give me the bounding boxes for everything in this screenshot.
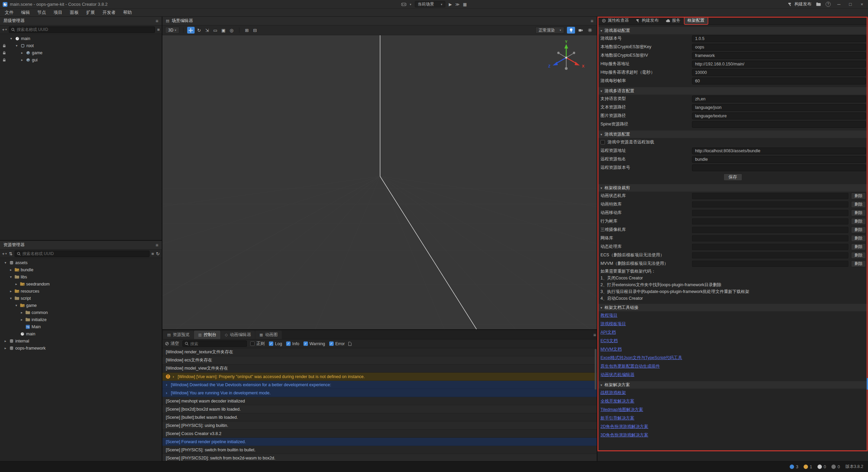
section-header[interactable]: ▾游戏基础配置	[597, 27, 868, 34]
field-input[interactable]	[692, 164, 866, 171]
panel-menu-icon[interactable]: ≡	[156, 18, 158, 24]
snap-grid-icon[interactable]: ⊞	[243, 27, 251, 34]
render-mode-select[interactable]: 正常渲染 ▾	[535, 27, 564, 34]
console-scrollbar[interactable]	[595, 349, 596, 390]
delete-module-button[interactable]: 删除	[851, 201, 866, 208]
error-counter[interactable]: 0	[817, 465, 826, 469]
delete-module-button[interactable]: 删除	[851, 252, 866, 259]
tree-node-initialize[interactable]: ▸initialize	[0, 316, 162, 323]
field-input[interactable]	[692, 156, 866, 163]
field-input[interactable]	[692, 121, 866, 128]
checkbox-icon[interactable]: ✓	[269, 341, 273, 346]
console-tab[interactable]: ◇动画编辑器	[221, 331, 255, 339]
tree-node-main[interactable]: ▾main	[0, 35, 162, 42]
delete-module-button[interactable]: 删除	[851, 243, 866, 250]
inspector-link[interactable]: 动画状态机编辑器	[600, 372, 634, 378]
expand-arrow-icon[interactable]: ▸	[20, 311, 24, 314]
console-filter[interactable]: ✓Info	[286, 341, 299, 347]
tree-node-common[interactable]: ▸common	[0, 309, 162, 316]
expand-arrow-icon[interactable]: ▸	[20, 58, 24, 62]
menu-item[interactable]: 开发者	[99, 9, 119, 16]
log-row[interactable]: ›[Window] Download the Vue Devtools exte…	[162, 381, 597, 389]
inspector-link[interactable]: 游戏模板项目	[600, 321, 626, 327]
delete-module-button[interactable]: 删除	[851, 218, 866, 225]
filter-icon[interactable]: ≡	[157, 27, 160, 32]
delete-module-button[interactable]: 删除	[851, 235, 866, 242]
hierarchy-search[interactable]	[9, 26, 155, 33]
collapse-arrow-icon[interactable]: ▾	[15, 44, 19, 47]
tree-node-Main[interactable]: TSMain	[0, 323, 162, 330]
menu-item[interactable]: 项目	[50, 9, 66, 16]
delete-module-button[interactable]: 删除	[851, 260, 866, 267]
save-button[interactable]: 保存	[724, 174, 742, 181]
inspector-link[interactable]: MVVM文档	[600, 347, 622, 352]
move-tool-icon[interactable]	[187, 27, 195, 34]
expand-arrow-icon[interactable]: ▸	[3, 339, 7, 343]
inspector-link[interactable]: 教程项目	[600, 313, 617, 318]
expand-arrow-icon[interactable]: ▸	[14, 282, 18, 286]
console-filter[interactable]: 正则	[250, 341, 265, 347]
log-row[interactable]: [Scene] Forward render pipeline initiali…	[162, 438, 597, 446]
delete-module-button[interactable]: 删除	[851, 210, 866, 216]
log-expand-icon[interactable]: ›	[166, 390, 169, 395]
field-input[interactable]	[692, 148, 866, 154]
tree-node-game[interactable]: ▸game	[0, 49, 162, 56]
section-header[interactable]: ▾框架解决方案	[597, 381, 868, 389]
axis-gizmo[interactable]: YXZ	[546, 40, 587, 74]
collapse-arrow-icon[interactable]: ▾	[3, 261, 7, 264]
console-filter[interactable]: ✓Error	[329, 341, 345, 347]
inspector-tab[interactable]: 服务	[663, 17, 684, 24]
console-search[interactable]	[182, 340, 247, 347]
inspector-link[interactable]: 全栈开发解决方案	[600, 398, 634, 404]
inspector-link[interactable]: Tiledmap地图解决方案	[600, 407, 643, 413]
device-dropdown-caret-icon[interactable]: ▾	[410, 3, 411, 6]
tree-node-seedrandom[interactable]: ▸seedrandom	[0, 280, 162, 288]
log-expand-icon[interactable]: ›	[173, 374, 175, 379]
sort-assets-icon[interactable]: ⇅	[9, 251, 13, 256]
log-row[interactable]: [Window] model_view文件夹存在	[162, 365, 597, 373]
console-filter[interactable]: ✓Log	[269, 341, 282, 347]
field-input[interactable]	[692, 61, 866, 67]
camera-toggle-icon[interactable]	[576, 27, 585, 34]
menu-item[interactable]: 帮助	[120, 9, 135, 16]
field-input[interactable]	[692, 78, 866, 84]
section-header[interactable]: ▾游戏资源配置	[597, 131, 868, 138]
inspector-link[interactable]: 2D角色扮演游戏解决方案	[600, 424, 648, 430]
log-row[interactable]: [Scene] [PHYSICS]: using builtin.	[162, 421, 597, 430]
world-tool-icon[interactable]: ◎	[228, 27, 235, 34]
log-row[interactable]: [Scene] [PHYSICS]: switch from builtin t…	[162, 446, 597, 454]
console-filter[interactable]: ✓Warning	[303, 341, 325, 347]
menu-item[interactable]: 文件	[1, 9, 17, 16]
layout-grid-button[interactable]: ▦	[463, 2, 467, 7]
inspector-link[interactable]: API文档	[600, 330, 616, 335]
field-input[interactable]	[692, 69, 866, 76]
tree-node-root[interactable]: ▾root	[0, 42, 162, 49]
remote-load-checkbox[interactable]	[600, 140, 605, 144]
collapse-arrow-icon[interactable]: ▾	[9, 37, 13, 40]
rect-tool-icon[interactable]: ▭	[212, 27, 219, 34]
field-input[interactable]	[692, 44, 866, 51]
expand-arrow-icon[interactable]: ▸	[9, 268, 13, 272]
expand-arrow-icon[interactable]: ▸	[20, 318, 24, 321]
menu-item[interactable]: 面板	[66, 9, 82, 16]
warning-counter[interactable]: 1	[804, 465, 812, 469]
tree-node-game[interactable]: ▾game	[0, 302, 162, 309]
tree-node-resources[interactable]: ▸resources	[0, 288, 162, 295]
section-header[interactable]: ▾游戏多语言配置	[597, 87, 868, 95]
log-row[interactable]: ›[Window] You are running Vue in develop…	[162, 389, 597, 397]
asset-filter-icon[interactable]: ≡	[152, 251, 154, 256]
checkbox-icon[interactable]: ✓	[303, 341, 308, 346]
assets-search-input[interactable]	[22, 251, 147, 256]
rotate-tool-icon[interactable]: ↻	[195, 27, 203, 34]
assets-search[interactable]	[15, 251, 149, 257]
scale-tool-icon[interactable]: ⇲	[203, 27, 211, 34]
gear-toggle-icon[interactable]	[586, 27, 594, 34]
notice-counter[interactable]: 0	[831, 465, 840, 469]
inspector-link[interactable]: ECS文档	[600, 338, 618, 344]
open-folder-icon[interactable]	[816, 2, 821, 6]
delete-module-button[interactable]: 删除	[851, 227, 866, 233]
field-input[interactable]	[692, 35, 866, 42]
step-button[interactable]: ≫	[455, 2, 460, 7]
build-publish-button[interactable]: 构建发布	[788, 1, 811, 7]
section-header[interactable]: ▾框架文档工具链接	[597, 304, 868, 311]
